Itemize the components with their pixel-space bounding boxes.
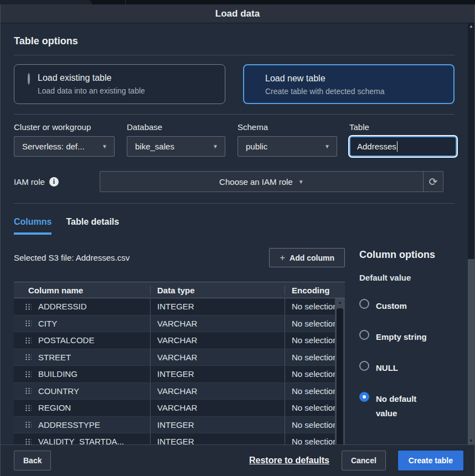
table-row[interactable]: ADDRESSID INTEGER No selection	[14, 298, 345, 315]
drag-handle-icon[interactable]	[25, 438, 32, 444]
cluster-label: Cluster or workgroup	[14, 122, 115, 132]
radio-load-existing-table[interactable]	[28, 73, 30, 85]
table-row[interactable]: CITY VARCHAR No selection	[14, 315, 345, 333]
detail-tabs: Columns Table details	[14, 217, 455, 235]
database-value: bike_sales	[135, 142, 174, 151]
restore-to-defaults-link[interactable]: Restore to defaults	[249, 456, 329, 465]
card-load-existing-table[interactable]: Load existing table Load data into an ex…	[14, 64, 225, 104]
chevron-down-icon: ▼	[102, 143, 107, 149]
drag-handle-icon[interactable]	[25, 370, 32, 378]
table-scrollbar[interactable]: ▲	[335, 298, 345, 444]
radio-empty-string[interactable]	[359, 330, 369, 340]
cancel-button[interactable]: Cancel	[342, 451, 386, 470]
option-empty-string[interactable]: Empty string	[359, 330, 456, 344]
columns-tab-content: Selected S3 file: Addresses.csv + Add co…	[14, 245, 455, 444]
database-select[interactable]: bike_sales ▼	[127, 136, 225, 157]
radio-null[interactable]	[359, 361, 369, 371]
drag-handle-icon[interactable]	[25, 319, 32, 327]
dialog-footer: Back Restore to defaults Cancel Create t…	[1, 444, 474, 476]
load-data-dialog: Load data Table options Load existing ta…	[0, 4, 475, 476]
back-button[interactable]: Back	[14, 451, 51, 470]
iam-role-label: IAM role	[14, 177, 45, 187]
header-data-type: Data type	[150, 286, 285, 295]
columns-left-panel: Selected S3 file: Addresses.csv + Add co…	[14, 245, 345, 444]
table-name-input[interactable]: Addresses	[349, 136, 457, 157]
table-label: Table	[349, 122, 457, 132]
header-column-name: Column name	[14, 286, 150, 295]
divider	[14, 114, 455, 115]
target-form-row: Cluster or workgroup Serverless: def... …	[14, 122, 455, 157]
background-editor-tab	[0, 0, 93, 4]
radio-no-default-value[interactable]	[359, 392, 369, 402]
radio-custom[interactable]	[359, 299, 369, 309]
text-cursor	[397, 141, 398, 152]
table-name-value: Addresses	[357, 142, 396, 151]
schema-label: Schema	[237, 122, 337, 132]
dialog-title: Load data	[215, 8, 260, 19]
option-custom[interactable]: Custom	[359, 299, 456, 313]
selected-s3-file-text: Selected S3 file: Addresses.csv	[14, 253, 130, 262]
cluster-select[interactable]: Serverless: def... ▼	[14, 136, 115, 157]
header-encoding: Encoding	[285, 286, 345, 295]
cluster-value: Serverless: def...	[22, 142, 85, 151]
table-row[interactable]: BUILDING INTEGER No selection	[14, 366, 345, 383]
tab-columns[interactable]: Columns	[14, 217, 51, 235]
refresh-iam-roles-button[interactable]: ⟳	[424, 172, 443, 192]
plus-icon: +	[280, 252, 285, 263]
info-icon[interactable]: i	[49, 177, 59, 187]
card-title: Load new table	[265, 73, 385, 85]
columns-table-header: Column name Data type Encoding	[14, 282, 345, 298]
table-row[interactable]: COUNTRY VARCHAR No selection	[14, 383, 345, 400]
iam-role-value: Choose an IAM role	[219, 177, 293, 187]
chevron-down-icon: ▼	[213, 143, 218, 149]
card-description: Create table with detected schema	[265, 86, 385, 97]
divider	[14, 203, 455, 204]
table-scrollbar-thumb[interactable]	[337, 308, 343, 444]
table-row[interactable]: REGION VARCHAR No selection	[14, 400, 345, 417]
option-no-default-value[interactable]: No default value	[359, 392, 456, 421]
add-column-button[interactable]: + Add column	[269, 248, 345, 267]
refresh-icon: ⟳	[428, 175, 437, 188]
drag-handle-icon[interactable]	[25, 404, 32, 412]
background-app-strip	[0, 0, 475, 4]
schema-select[interactable]: public ▼	[237, 136, 337, 157]
drag-handle-icon[interactable]	[25, 337, 32, 344]
scroll-up-icon[interactable]: ▲	[468, 24, 474, 29]
drag-handle-icon[interactable]	[25, 387, 32, 395]
scroll-up-icon[interactable]: ▲	[335, 299, 345, 305]
table-row[interactable]: STREET VARCHAR No selection	[14, 349, 345, 366]
dialog-scrollbar-thumb[interactable]	[468, 23, 474, 259]
table-row[interactable]: ADDRESSTYPE INTEGER No selection	[14, 417, 345, 434]
table-option-cards: Load existing table Load data into an ex…	[14, 64, 455, 104]
chevron-down-icon: ▼	[298, 179, 304, 185]
option-null[interactable]: NULL	[359, 361, 456, 375]
table-options-heading: Table options	[14, 35, 455, 55]
drag-handle-icon[interactable]	[25, 303, 32, 311]
card-description: Load data into an existing table	[38, 85, 145, 96]
default-value-label: Default value	[359, 273, 456, 282]
background-divider	[125, 0, 126, 4]
create-table-button[interactable]: Create table	[398, 451, 463, 470]
column-options-panel: Column options Default value Custom Empt…	[359, 245, 456, 444]
chevron-down-icon: ▼	[324, 143, 330, 149]
table-row[interactable]: VALIDITY_STARTDA... INTEGER No selection	[14, 433, 345, 444]
dialog-header: Load data	[1, 4, 474, 23]
table-row[interactable]: POSTALCODE VARCHAR No selection	[14, 332, 345, 349]
dialog-scrollbar[interactable]: ▲ ▼	[468, 23, 474, 444]
screen: Load data Table options Load existing ta…	[0, 0, 475, 476]
scroll-down-icon[interactable]: ▼	[468, 438, 474, 444]
iam-role-select[interactable]: Choose an IAM role ▼ ⟳	[100, 171, 443, 192]
tab-table-details[interactable]: Table details	[66, 217, 119, 235]
columns-table: Column name Data type Encoding ADDRESSID…	[14, 282, 345, 444]
drag-handle-icon[interactable]	[25, 353, 32, 361]
dialog-body: Table options Load existing table Load d…	[1, 23, 474, 444]
card-load-new-table[interactable]: Load new table Create table with detecte…	[243, 64, 455, 104]
columns-table-body: ADDRESSID INTEGER No selection CITY VARC…	[14, 298, 345, 444]
database-label: Database	[127, 122, 225, 132]
card-title: Load existing table	[38, 72, 145, 84]
column-options-heading: Column options	[359, 249, 456, 261]
drag-handle-icon[interactable]	[25, 421, 32, 428]
schema-value: public	[246, 142, 267, 151]
iam-role-row: IAM role i Choose an IAM role ▼ ⟳	[14, 171, 455, 192]
